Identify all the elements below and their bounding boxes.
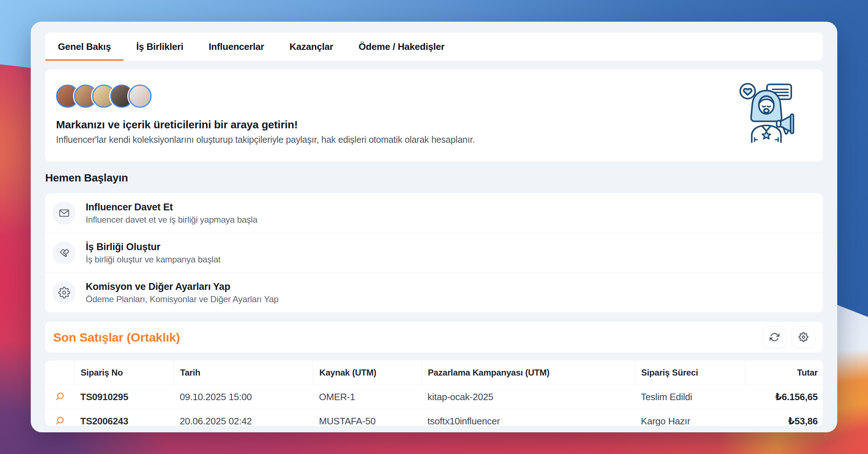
quick-start-card: Influencer Davet Et Influencer davet et …: [45, 193, 823, 312]
quick-action-title: Komisyon ve Diğer Ayarları Yap: [86, 282, 278, 292]
cell-source: MUSTAFA-50: [313, 416, 421, 426]
search-icon: [54, 416, 65, 426]
tab-label: İş Birlikleri: [136, 41, 183, 52]
cell-campaign: tsoftx10influencer: [421, 416, 635, 426]
hero-subtitle: Influencer'lar kendi koleksiyonlarını ol…: [56, 135, 805, 144]
view-order-button[interactable]: [54, 391, 65, 402]
tab-label: Ödeme / Hakedişler: [359, 41, 445, 52]
quick-action-subtitle: Influencer davet et ve iş birliği yapmay…: [86, 215, 258, 224]
cell-amount: ₺53,86: [745, 416, 823, 426]
tab[interactable]: Influencerlar: [196, 33, 277, 61]
cell-status: Teslim Edildi: [635, 391, 745, 403]
table-header-row: Sipariş No Tarih Kaynak (UTM) Pazarlama …: [45, 360, 823, 385]
quick-start-heading: Hemen Başlayın: [45, 172, 823, 183]
quick-action-icon: [58, 247, 70, 259]
quick-action-row[interactable]: Komisyon ve Diğer Ayarları Yap Ödeme Pla…: [45, 273, 823, 312]
cell-date: 09.10.2025 15:00: [174, 391, 313, 403]
table-header-icon-col: [45, 360, 74, 385]
quick-action-icon-circle: [52, 281, 76, 304]
quick-action-icon: [58, 287, 70, 299]
table-header-source: Kaynak (UTM): [313, 360, 421, 385]
table-header-amount: Tutar: [745, 360, 823, 385]
table-header-date: Tarih: [174, 360, 313, 385]
tab-label: Influencerlar: [209, 41, 264, 52]
quick-action-icon-circle: [52, 241, 76, 265]
active-tab-underline: [45, 59, 124, 61]
cell-order-no: TS0910295: [74, 391, 174, 403]
cell-amount: ₺6.156,65: [745, 391, 823, 403]
tab[interactable]: Kazançlar: [277, 33, 346, 61]
tab-label: Kazançlar: [289, 41, 333, 52]
table-row: TS0910295 09.10.2025 15:00 OMER-1 kitap-…: [45, 385, 823, 409]
hero-title: Markanızı ve içerik üreticilerini bir ar…: [56, 119, 805, 130]
cell-status: Kargo Hazır: [635, 416, 745, 426]
quick-action-icon-circle: [52, 202, 76, 225]
table-header-status: Sipariş Süreci: [635, 360, 745, 385]
quick-action-row[interactable]: İş Birliği Oluştur İş birliği oluştur ve…: [45, 233, 823, 273]
recent-sales-table: Sipariş No Tarih Kaynak (UTM) Pazarlama …: [45, 360, 823, 426]
influencer-avatar-group: [56, 85, 805, 108]
tab-bar: Genel Bakış İş Birlikleri Influencerlar …: [45, 33, 823, 61]
quick-action-title: İş Birliği Oluştur: [86, 242, 221, 252]
quick-action-subtitle: Ödeme Planları, Komisyonlar ve Diğer Aya…: [86, 295, 278, 304]
recent-sales-card: Son Satışlar (Ortaklık): [45, 322, 823, 352]
hero-card: Markanızı ve içerik üreticilerini bir ar…: [45, 69, 823, 162]
cell-source: OMER-1: [313, 391, 421, 403]
cell-order-no: TS2006243: [74, 416, 174, 426]
recent-sales-heading: Son Satışlar (Ortaklık): [53, 331, 757, 343]
tab[interactable]: İş Birlikleri: [124, 33, 196, 61]
cell-campaign: kitap-ocak-2025: [421, 391, 635, 403]
table-settings-button[interactable]: [792, 326, 815, 348]
quick-action-subtitle: İş birliği oluştur ve kampanya başlat: [86, 255, 221, 264]
refresh-button[interactable]: [763, 326, 786, 348]
search-icon: [54, 391, 65, 402]
table-row: TS2006243 20.06.2025 02:42 MUSTAFA-50 ts…: [45, 409, 823, 426]
quick-action-row[interactable]: Influencer Davet Et Influencer davet et …: [45, 193, 823, 233]
quick-action-icon: [58, 207, 70, 219]
quick-action-title: Influencer Davet Et: [86, 202, 258, 212]
dashboard-panel: Genel Bakış İş Birlikleri Influencerlar …: [31, 22, 837, 432]
refresh-icon: [770, 332, 779, 342]
gear-icon: [799, 332, 808, 342]
view-order-button[interactable]: [54, 416, 65, 426]
table-body: TS0910295 09.10.2025 15:00 OMER-1 kitap-…: [45, 385, 823, 426]
cell-date: 20.06.2025 02:42: [174, 416, 313, 426]
tab[interactable]: Genel Bakış: [45, 33, 124, 61]
table-header-order-no: Sipariş No: [74, 360, 174, 385]
tab-label: Genel Bakış: [58, 41, 111, 52]
influencer-avatar: [128, 85, 152, 108]
tab[interactable]: Ödeme / Hakedişler: [346, 33, 458, 61]
influencer-megaphone-illustration: [735, 80, 797, 144]
table-header-campaign: Pazarlama Kampanyası (UTM): [421, 360, 635, 385]
